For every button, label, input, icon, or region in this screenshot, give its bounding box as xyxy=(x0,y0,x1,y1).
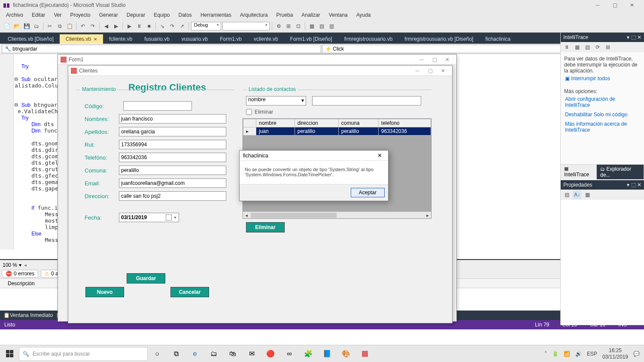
object-combo[interactable]: 🔧btnguardar xyxy=(2,45,321,53)
hscroll-left-icon[interactable]: ◂ xyxy=(24,262,27,268)
fecha-datepicker[interactable]: 03/11/2019 xyxy=(119,213,179,222)
battery-icon[interactable]: 🔋 xyxy=(552,351,559,357)
minimize-button[interactable]: ─ xyxy=(589,2,606,8)
open-icon[interactable]: 📂 xyxy=(12,22,21,30)
tab-frmreg-vb[interactable]: frmregistrousuario.vb xyxy=(338,34,399,44)
nuevo-button[interactable]: Nuevo xyxy=(85,287,124,297)
direccion-input[interactable] xyxy=(119,191,226,201)
menu-analizar[interactable]: Analizar xyxy=(297,11,324,19)
windows-search[interactable]: 🔍Escribe aquí para buscar xyxy=(19,347,148,361)
explorer-icon[interactable]: 🗂 xyxy=(204,345,223,362)
tab-form1-vb[interactable]: Form1.vb xyxy=(214,34,248,44)
mail-icon[interactable]: ✉ xyxy=(242,345,261,362)
step-over-icon[interactable]: ↷ xyxy=(168,22,176,30)
menu-ayuda[interactable]: Ayuda xyxy=(352,11,375,19)
col-telefono[interactable]: telefono xyxy=(378,119,431,127)
prop-pages-icon[interactable]: ▦ xyxy=(583,190,592,199)
app3-icon[interactable]: 📘 xyxy=(318,345,337,362)
zoom-dropdown-icon[interactable]: ▾ xyxy=(19,262,21,268)
telefono-input[interactable] xyxy=(119,153,226,162)
redo-icon[interactable]: ↷ xyxy=(88,22,97,30)
msgbox-close-button[interactable]: ✕ xyxy=(374,152,385,159)
tab-intellitrace[interactable]: ▦ IntelliTrace xyxy=(561,165,597,179)
intellitrace-title[interactable]: IntelliTrace▾ ⬚ ✕ xyxy=(561,33,644,42)
tab-frmreg-design[interactable]: frmregistrousuario.vb [Diseño] xyxy=(398,34,479,44)
clientes-max-button[interactable]: ▢ xyxy=(424,68,437,74)
running-form-icon[interactable] xyxy=(355,345,374,362)
pause-icon[interactable]: ⏸ xyxy=(135,22,143,30)
store-icon[interactable]: 🛍 xyxy=(223,345,242,362)
aceptar-button[interactable]: Aceptar xyxy=(351,188,385,197)
close-icon[interactable]: ✕ xyxy=(94,37,97,42)
tab-clientes-vb[interactable]: Clientes.vb✕ xyxy=(60,34,103,44)
codigo-input[interactable] xyxy=(123,101,192,111)
edge-icon[interactable]: e xyxy=(185,345,204,362)
menu-herramientas[interactable]: Herramientas xyxy=(196,11,236,19)
table-row[interactable]: ▸ juan peralillo peralillo 963342036 xyxy=(243,127,431,136)
tab-vusuario[interactable]: vusuario.vb xyxy=(176,34,214,44)
guardar-button[interactable]: Guardar xyxy=(127,273,165,284)
menu-prueba[interactable]: Prueba xyxy=(272,11,298,19)
cancelar-button[interactable]: Cancelar xyxy=(170,287,209,297)
col-comuna[interactable]: comuna xyxy=(338,119,378,127)
menu-datos[interactable]: Datos xyxy=(174,11,196,19)
start-icon[interactable]: ▶ xyxy=(125,22,134,30)
tab-clientes-design[interactable]: Clientes.vb [Diseño] xyxy=(2,34,60,44)
nombres-input[interactable] xyxy=(119,114,226,124)
stop-icon[interactable]: ■ xyxy=(145,22,153,30)
properties-title[interactable]: Propiedades▾ ⬚ ✕ xyxy=(561,180,644,190)
form1-max-button[interactable]: ▢ xyxy=(428,57,441,63)
menu-ver[interactable]: Ver xyxy=(49,11,66,19)
link-more-info[interactable]: Más información acerca de IntelliTrace xyxy=(564,119,641,135)
maximize-button[interactable]: ▢ xyxy=(606,2,623,8)
it-tool1-icon[interactable]: ⏸ xyxy=(562,43,571,51)
tool-5-icon[interactable]: ▤ xyxy=(317,22,326,30)
filter-combo[interactable]: nombre xyxy=(246,96,306,106)
menu-generar[interactable]: Generar xyxy=(95,11,122,19)
properties-grid[interactable] xyxy=(561,200,644,320)
tab-fichaclinica[interactable]: fichaclinica xyxy=(479,34,516,44)
copy-icon[interactable]: ⧉ xyxy=(55,22,64,30)
col-direccion[interactable]: direccion xyxy=(295,119,338,127)
step-into-icon[interactable]: ↘ xyxy=(158,22,167,30)
calendar-icon[interactable] xyxy=(166,214,172,220)
eliminar-checkbox[interactable]: Eliminar xyxy=(246,109,431,115)
prop-cat-icon[interactable]: ▤ xyxy=(562,190,571,199)
wifi-icon[interactable]: 📶 xyxy=(564,351,570,357)
eliminar-button[interactable]: Eliminar xyxy=(246,222,285,232)
tool-4-icon[interactable]: ▦ xyxy=(307,22,316,30)
tool-1-icon[interactable]: ⚙ xyxy=(274,22,283,30)
tool-3-icon[interactable]: ⊡ xyxy=(294,22,303,30)
config-combo[interactable]: Debug xyxy=(191,22,221,30)
close-button[interactable]: ✕ xyxy=(623,2,641,8)
tray-expand-icon[interactable]: ˄ xyxy=(544,351,547,357)
start-button[interactable] xyxy=(0,345,19,362)
notifications-icon[interactable]: 💬 xyxy=(633,351,640,357)
clientes-close-button[interactable]: ✕ xyxy=(437,68,450,74)
it-tool2-icon[interactable]: ▦ xyxy=(573,43,581,51)
clock[interactable]: 16:2503/11/2019 xyxy=(602,347,628,360)
menu-arquitectura[interactable]: Arquitectura xyxy=(236,11,272,19)
zoom-level[interactable]: 100 % xyxy=(3,262,17,268)
nav-back-icon[interactable]: ◀ xyxy=(102,22,110,30)
step-out-icon[interactable]: ↗ xyxy=(178,22,186,30)
comuna-input[interactable] xyxy=(119,166,226,175)
grid-hscroll[interactable]: ◂▸ xyxy=(243,211,431,218)
app1-icon[interactable]: 🔴 xyxy=(261,345,280,362)
tab-fusuario[interactable]: fusuario.vb xyxy=(138,34,176,44)
new-project-icon[interactable]: 📄 xyxy=(3,22,11,30)
rut-input[interactable] xyxy=(119,140,226,149)
it-tool5-icon[interactable]: ⊞ xyxy=(604,43,612,51)
menu-ventana[interactable]: Ventana xyxy=(325,11,352,19)
cut-icon[interactable]: ✂ xyxy=(46,22,54,30)
col-nombre[interactable]: nombre xyxy=(256,119,295,127)
app2-icon[interactable]: 🧩 xyxy=(299,345,318,362)
menu-equipo[interactable]: Equipo xyxy=(149,11,174,19)
lang-indicator[interactable]: ESP xyxy=(587,351,597,357)
prop-az-icon[interactable]: A↓ xyxy=(573,190,581,199)
clientes-min-button[interactable]: ─ xyxy=(411,68,424,74)
menu-depurar[interactable]: Depurar xyxy=(122,11,149,19)
paste-icon[interactable]: 📋 xyxy=(65,22,74,30)
form1-min-button[interactable]: ─ xyxy=(415,57,428,63)
undo-icon[interactable]: ↶ xyxy=(79,22,87,30)
